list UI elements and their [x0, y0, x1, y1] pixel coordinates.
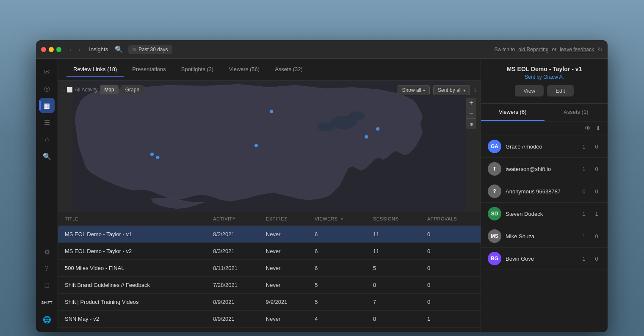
sidebar-item-list[interactable]: ☰: [39, 115, 55, 130]
sidebar-item-circle[interactable]: ◎: [39, 81, 55, 96]
viewer-row[interactable]: MS Mike Souza 1 0: [481, 225, 608, 248]
maximize-button[interactable]: [56, 47, 61, 52]
viewer-sessions: 1: [580, 143, 588, 150]
avatar: ?: [488, 185, 501, 198]
map-dot-5: [150, 152, 154, 156]
cell-viewers: 4: [308, 311, 366, 328]
view-button[interactable]: View: [515, 85, 544, 96]
viewer-row[interactable]: ? Anonymous 96638787 0 0: [481, 180, 608, 203]
right-panel-subtitle: Sent by Gracw A.: [488, 74, 601, 80]
main-tabs: Review Links (18) Presentations Spotligh…: [58, 59, 481, 81]
forward-arrow[interactable]: ›: [77, 45, 83, 54]
cell-viewers: 6: [308, 260, 366, 277]
cell-expires: 9/9/2021: [259, 294, 308, 311]
chevron-down-icon: ▾: [463, 88, 465, 93]
search-icon[interactable]: 🔍: [115, 45, 123, 53]
back-arrow[interactable]: ‹: [68, 45, 74, 54]
viewers-list: GA Grace Amodeo 1 0 T twaterson@shift.io…: [481, 135, 608, 270]
viewer-name: twaterson@shift.io: [506, 166, 575, 172]
cell-sessions: 8: [366, 311, 420, 328]
sidebar-item-settings[interactable]: ⚙: [39, 244, 55, 259]
cell-sessions: 11: [366, 243, 420, 260]
date-range-badge[interactable]: Past 30 days: [128, 45, 172, 54]
reporting-text: Switch to: [495, 47, 515, 52]
avatar: BG: [488, 252, 501, 265]
cell-sessions: 11: [366, 226, 420, 243]
author-name: Gracw A.: [543, 74, 564, 80]
tab-review-links[interactable]: Review Links (18): [66, 63, 124, 77]
col-sessions: SESSIONS: [366, 212, 420, 226]
tab-assets[interactable]: Assets (32): [268, 63, 310, 77]
table-row[interactable]: MS EOL Demo - Taylor - v1 8/2/2021 Never…: [58, 226, 481, 243]
sidebar-item-mail[interactable]: ✉: [39, 64, 55, 79]
globe-icon: 🌐: [43, 316, 51, 324]
avatar: GA: [488, 140, 501, 153]
table-row[interactable]: Shift Brand Guidelines // Feedback 7/28/…: [58, 277, 481, 294]
filter-options-icon[interactable]: ⫶: [473, 87, 476, 94]
sidebar-item-home[interactable]: ⌂: [39, 132, 55, 147]
col-title: TITLE: [58, 212, 206, 226]
edit-button[interactable]: Edit: [547, 85, 573, 96]
titlebar-right: Switch to old Reporting or leave feedbac…: [495, 46, 603, 53]
cell-activity: 8/2/2021: [206, 226, 259, 243]
cell-viewers: 4: [308, 328, 366, 333]
sidebar-item-search[interactable]: 🔍: [39, 149, 55, 164]
feedback-link[interactable]: leave feedback: [560, 47, 594, 52]
zoom-reset-button[interactable]: ⊕: [466, 119, 476, 129]
cell-approvals: 1: [420, 311, 481, 328]
cell-approvals: 0: [420, 243, 481, 260]
minimize-button[interactable]: [49, 47, 54, 52]
sidebar-item-globe[interactable]: 🌐: [39, 312, 55, 327]
viewer-row[interactable]: SD Steven Dudeck 1 1: [481, 203, 608, 225]
table-row[interactable]: MS EOL Demo - Taylor - v2 8/3/2021 Never…: [58, 243, 481, 260]
svg-point-4: [318, 122, 335, 131]
avatar: T: [488, 162, 501, 176]
table-row[interactable]: SNN May - v2 8/9/2021 Never 4 8 1: [58, 311, 481, 328]
filter-icon[interactable]: ≡: [62, 87, 65, 92]
cell-activity: 8/3/2021: [206, 243, 259, 260]
cell-activity: 8/9/2021: [206, 311, 259, 328]
cell-expires: Never: [259, 311, 308, 328]
cell-sessions: 8: [366, 277, 420, 294]
old-reporting-link[interactable]: old Reporting: [518, 47, 548, 52]
sidebar-item-analytics[interactable]: ▦: [39, 98, 55, 113]
table-row[interactable]: Shift-Brand-Guidelines 4.8.21 7/15/2021 …: [58, 328, 481, 333]
cell-activity: 8/11/2021: [206, 260, 259, 277]
tab-presentations[interactable]: Presentations: [125, 63, 173, 77]
viewer-downloads: 0: [592, 256, 601, 262]
chart-icon: ▦: [44, 102, 50, 110]
viewer-row[interactable]: GA Grace Amodeo 1 0: [481, 135, 608, 158]
tab-assets-panel[interactable]: Assets (1): [544, 104, 608, 121]
viewer-row[interactable]: T twaterson@shift.io 1 0: [481, 158, 608, 180]
close-button[interactable]: [41, 47, 46, 52]
download-icon[interactable]: ⬇: [596, 125, 601, 132]
sidebar-item-shift[interactable]: SHIFT: [39, 295, 55, 310]
viewer-name: Grace Amodeo: [506, 143, 575, 150]
viewer-downloads: 0: [592, 166, 601, 172]
sent-by-all-dropdown[interactable]: Sent by all ▾: [433, 85, 470, 95]
right-panel-title: MS EOL Demo - Taylor - v1: [488, 66, 601, 72]
table-row[interactable]: 500 Miles Video - FINAL 8/11/2021 Never …: [58, 260, 481, 277]
table-container: TITLE ACTIVITY EXPIRES VIEWERS ▾ SESSION…: [58, 212, 481, 332]
right-panel-actions: View Edit: [488, 85, 601, 96]
cell-expires: Never: [259, 243, 308, 260]
tab-spotlights[interactable]: Spotlights (3): [174, 63, 221, 77]
viewer-sessions: 1: [580, 166, 588, 172]
right-panel: MS EOL Demo - Taylor - v1 Sent by Gracw …: [481, 59, 608, 332]
map-type-graph-button[interactable]: Graph: [121, 85, 144, 94]
map-type-map-button[interactable]: Map: [100, 85, 118, 94]
viewer-row[interactable]: BG Bevin Gove 1 0: [481, 248, 608, 270]
sidebar: ✉ ◎ ▦ ☰ ⌂ 🔍: [36, 59, 58, 332]
sidebar-item-help[interactable]: ?: [39, 261, 55, 276]
table-row[interactable]: Shift | Product Training Videos 8/9/2021…: [58, 294, 481, 311]
tab-viewers-panel[interactable]: Viewers (6): [481, 104, 544, 121]
eye-icon[interactable]: 👁: [585, 125, 591, 132]
tab-viewers[interactable]: Viewers (56): [222, 63, 266, 77]
refresh-icon[interactable]: ↻: [597, 46, 603, 53]
map-dot-3: [365, 135, 368, 138]
viewer-downloads: 1: [592, 211, 601, 217]
zoom-out-button[interactable]: −: [466, 108, 476, 118]
show-all-dropdown[interactable]: Show all ▾: [398, 85, 430, 95]
zoom-in-button[interactable]: +: [466, 98, 476, 108]
sidebar-item-box[interactable]: □: [39, 278, 55, 293]
